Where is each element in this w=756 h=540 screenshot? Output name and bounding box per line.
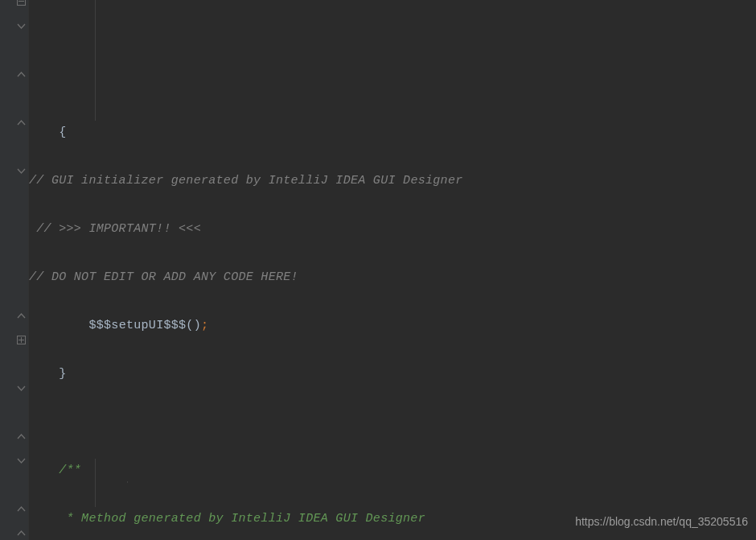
code-line: // GUI initializer generated by IntelliJ… bbox=[29, 169, 756, 193]
method-call: $$$setupUI$$$ bbox=[88, 319, 186, 332]
comment: // GUI initializer generated by IntelliJ… bbox=[29, 174, 463, 188]
comment: // DO NOT EDIT OR ADD ANY CODE HERE! bbox=[29, 270, 298, 284]
watermark: https://blog.csdn.net/qq_35205516 bbox=[575, 509, 748, 534]
code-line: } bbox=[29, 362, 756, 386]
fold-end-icon[interactable] bbox=[17, 529, 26, 538]
comment: // >>> IMPORTANT!! <<< bbox=[29, 222, 201, 236]
fold-end-icon[interactable] bbox=[17, 311, 26, 320]
doc-comment: /** bbox=[29, 464, 81, 477]
code-line: // DO NOT EDIT OR ADD ANY CODE HERE! bbox=[29, 266, 756, 290]
fold-end-icon[interactable] bbox=[17, 118, 26, 127]
fold-marker-icon[interactable] bbox=[17, 456, 26, 465]
fold-end-icon[interactable] bbox=[17, 505, 26, 513]
indent-guide bbox=[95, 0, 96, 121]
code-line: /** bbox=[29, 459, 756, 483]
fold-marker-icon[interactable] bbox=[17, 384, 26, 393]
brace: { bbox=[29, 126, 67, 139]
fold-end-icon[interactable] bbox=[17, 432, 26, 441]
code-line: { bbox=[29, 121, 756, 145]
brace: } bbox=[29, 367, 67, 381]
indent-guide bbox=[95, 459, 96, 507]
code-line bbox=[29, 410, 756, 435]
fold-expand-icon[interactable] bbox=[17, 336, 26, 344]
parens: () bbox=[186, 319, 201, 332]
fold-marker-icon[interactable] bbox=[17, 22, 26, 31]
semicolon: ; bbox=[201, 319, 208, 332]
gutter bbox=[0, 0, 29, 540]
code-editor[interactable]: { // GUI initializer generated by Intell… bbox=[29, 0, 756, 540]
code-line: $$$setupUI$$$(); bbox=[29, 314, 756, 338]
fold-marker-icon[interactable] bbox=[17, 167, 26, 175]
fold-marker-icon[interactable] bbox=[17, 0, 26, 6]
fold-end-icon[interactable] bbox=[17, 70, 26, 79]
indent-guide bbox=[127, 481, 128, 483]
code-line: // >>> IMPORTANT!! <<< bbox=[29, 217, 756, 241]
doc-comment: * Method generated by IntelliJ IDEA GUI … bbox=[29, 512, 425, 526]
svg-rect-0 bbox=[18, 0, 26, 6]
